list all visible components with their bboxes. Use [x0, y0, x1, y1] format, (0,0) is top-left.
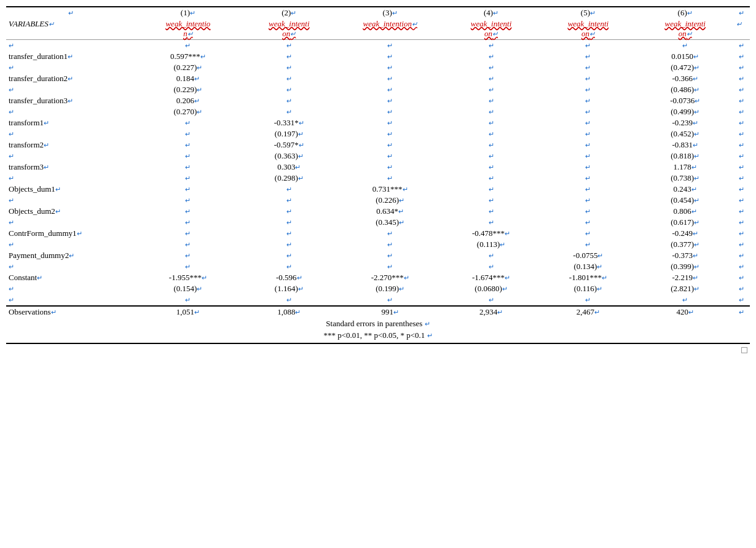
var-name: transform3↵: [6, 162, 135, 173]
se-10-2: (0.199)↵: [337, 283, 443, 294]
se-6-1: ↵: [240, 195, 337, 206]
se-5-1: (0.298)↵: [240, 173, 337, 184]
coef-2-4: ↵: [540, 95, 637, 106]
se-2-3: ↵: [443, 106, 540, 117]
coef-3-1: -0.331*↵: [240, 117, 337, 128]
se-10-5: (2.821)↵: [637, 283, 734, 294]
se-10-0: (0.154)↵: [135, 283, 240, 294]
col4-depvar: weak_intention↵: [443, 18, 540, 40]
data-row: transform1↵↵-0.331*↵↵↵↵-0.239↵↵: [6, 117, 750, 128]
coef-1-1: ↵: [240, 73, 337, 84]
coef-2-1: ↵: [240, 95, 337, 106]
obs-val-1: 1,088↵: [240, 306, 337, 318]
se-9-3: ↵: [443, 261, 540, 272]
coef-1-0: 0.184↵: [135, 73, 240, 84]
coef-5-2: ↵: [337, 162, 443, 173]
coef-7-3: ↵: [443, 206, 540, 217]
se-1-4: ↵: [540, 84, 637, 95]
se-1-3: ↵: [443, 84, 540, 95]
data-row: transform3↵↵0.303↵↵↵↵1.178↵↵: [6, 162, 750, 173]
se-1-1: ↵: [240, 84, 337, 95]
data-row: transfer_duration2↵0.184↵↵↵↵↵-0.366↵↵: [6, 73, 750, 84]
se-4-1: (0.363)↵: [240, 151, 337, 162]
se-7-3: ↵: [443, 217, 540, 228]
se-row: ↵↵(0.298)↵↵↵↵(0.738)↵↵: [6, 173, 750, 184]
coef-4-5: -0.831↵: [637, 139, 734, 151]
coef-8-3: -0.478***↵: [443, 228, 540, 239]
col5-depvar: weak_intention↵: [540, 18, 637, 40]
se-7-0: ↵: [135, 217, 240, 228]
se-3-4: ↵: [540, 128, 637, 139]
coef-7-0: ↵: [135, 206, 240, 217]
coef-10-1: -0.596↵: [240, 272, 337, 283]
coef-7-4: ↵: [540, 206, 637, 217]
data-row: transform2↵↵-0.597*↵↵↵↵-0.831↵↵: [6, 139, 750, 151]
col5-num: (5)↵: [540, 7, 637, 18]
obs-val-0: 1,051↵: [135, 306, 240, 318]
coef-10-2: -2.270***↵: [337, 272, 443, 283]
coef-6-2: 0.731***↵: [337, 184, 443, 195]
se-4-0: ↵: [135, 151, 240, 162]
obs-val-4: 2,467↵: [540, 306, 637, 318]
se-6-3: ↵: [443, 195, 540, 206]
footer-row: *** p<0.01, ** p<0.05, * p<0.1 ↵: [6, 329, 750, 343]
se-4-2: ↵: [337, 151, 443, 162]
var-name: transform2↵: [6, 139, 135, 151]
se-3-5: (0.452)↵: [637, 128, 734, 139]
data-row: Objects_dum2↵↵↵0.634*↵↵↵0.806↵↵: [6, 206, 750, 217]
se-10-1: (1.164)↵: [240, 283, 337, 294]
coef-6-5: 0.243↵: [637, 184, 734, 195]
data-row: Constant↵-1.955***↵-0.596↵-2.270***↵-1.6…: [6, 272, 750, 283]
coef-1-4: ↵: [540, 73, 637, 84]
coef-4-0: ↵: [135, 139, 240, 151]
coef-6-4: ↵: [540, 184, 637, 195]
se-0-1: ↵: [240, 62, 337, 73]
data-row: ContrForm_dummy1↵↵↵↵-0.478***↵↵-0.249↵↵: [6, 228, 750, 239]
coef-9-4: -0.0755↵: [540, 250, 637, 261]
coef-4-2: ↵: [337, 139, 443, 151]
se-7-2: (0.345)↵: [337, 217, 443, 228]
se-2-1: ↵: [240, 106, 337, 117]
se-row: ↵↵↵(0.226)↵↵↵(0.454)↵↵: [6, 195, 750, 206]
var-name: transfer_duration2↵: [6, 73, 135, 84]
se-0-0: (0.227)↵: [135, 62, 240, 73]
se-8-3: (0.113)↵: [443, 239, 540, 250]
se-3-2: ↵: [337, 128, 443, 139]
footer-text-1: *** p<0.01, ** p<0.05, * p<0.1 ↵: [6, 329, 750, 343]
coef-0-3: ↵: [443, 51, 540, 62]
coef-3-4: ↵: [540, 117, 637, 128]
coef-1-5: -0.366↵: [637, 73, 734, 84]
se-9-5: (0.399)↵: [637, 261, 734, 272]
obs-val-3: 2,934↵: [443, 306, 540, 318]
se-9-2: ↵: [337, 261, 443, 272]
coef-4-1: -0.597*↵: [240, 139, 337, 151]
se-2-0: (0.270)↵: [135, 106, 240, 117]
se-5-2: ↵: [337, 173, 443, 184]
se-row: ↵(0.229)↵↵↵↵↵(0.486)↵↵: [6, 84, 750, 95]
se-row: ↵↵↵↵↵(0.134)↵(0.399)↵↵: [6, 261, 750, 272]
coef-0-1: ↵: [240, 51, 337, 62]
se-row: ↵↵↵(0.345)↵↵↵(0.617)↵↵: [6, 217, 750, 228]
se-8-1: ↵: [240, 239, 337, 250]
col3-num: (3)↵: [337, 7, 443, 18]
var-name: transfer_duration1↵: [6, 51, 135, 62]
se-7-1: ↵: [240, 217, 337, 228]
se-6-2: (0.226)↵: [337, 195, 443, 206]
coef-3-3: ↵: [443, 117, 540, 128]
se-row: ↵↵(0.197)↵↵↵↵(0.452)↵↵: [6, 128, 750, 139]
coef-9-1: ↵: [240, 250, 337, 261]
coef-5-1: 0.303↵: [240, 162, 337, 173]
coef-2-2: ↵: [337, 95, 443, 106]
coef-10-3: -1.674***↵: [443, 272, 540, 283]
coef-9-0: ↵: [135, 250, 240, 261]
se-1-0: (0.229)↵: [135, 84, 240, 95]
coef-8-2: ↵: [337, 228, 443, 239]
coef-10-4: -1.801***↵: [540, 272, 637, 283]
se-0-2: ↵: [337, 62, 443, 73]
se-9-1: ↵: [240, 261, 337, 272]
coef-6-3: ↵: [443, 184, 540, 195]
se-1-5: (0.486)↵: [637, 84, 734, 95]
coef-8-5: -0.249↵: [637, 228, 734, 239]
var-name: Objects_dum1↵: [6, 184, 135, 195]
coef-10-0: -1.955***↵: [135, 272, 240, 283]
